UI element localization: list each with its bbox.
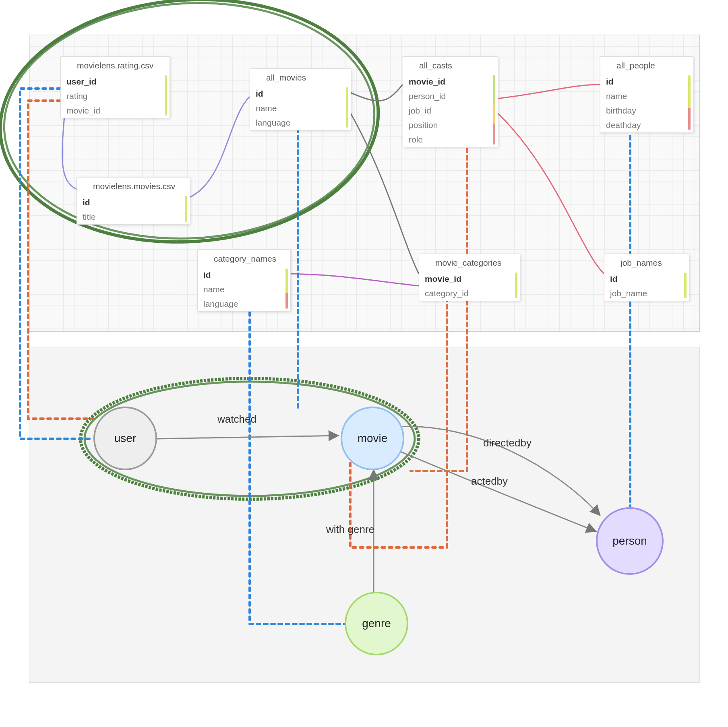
field: movie_id bbox=[61, 103, 170, 118]
field: language bbox=[250, 116, 351, 130]
table-movie-categories[interactable]: movie_categories movie_id category_id bbox=[419, 254, 520, 301]
node-label: user bbox=[114, 432, 136, 445]
edge-label-actedby: actedby bbox=[471, 475, 508, 487]
field: id bbox=[198, 268, 290, 282]
table-title: all_casts bbox=[403, 57, 498, 74]
field: deathday bbox=[600, 118, 693, 132]
field: position bbox=[403, 118, 498, 132]
edge-label-with-genre: with genre bbox=[326, 523, 374, 536]
edge-label-watched: watched bbox=[217, 413, 256, 425]
table-job-names[interactable]: job_names id job_name bbox=[604, 254, 689, 301]
field: language bbox=[198, 297, 290, 311]
table-title: movie_categories bbox=[419, 254, 520, 272]
field: job_id bbox=[403, 103, 498, 118]
field: name bbox=[198, 282, 290, 297]
table-all-casts[interactable]: all_casts movie_id person_id job_id posi… bbox=[403, 56, 498, 147]
table-title: category_names bbox=[198, 250, 290, 268]
table-title: all_movies bbox=[250, 69, 351, 87]
field: birthday bbox=[600, 103, 693, 118]
field: role bbox=[403, 132, 498, 147]
table-category-names[interactable]: category_names id name language bbox=[197, 250, 291, 312]
node-person[interactable]: person bbox=[596, 507, 664, 575]
field: name bbox=[250, 101, 351, 116]
field: movie_id bbox=[419, 272, 520, 286]
table-title: movielens.movies.csv bbox=[77, 178, 190, 195]
field: category_id bbox=[419, 286, 520, 301]
field: id bbox=[604, 272, 689, 286]
table-all-movies[interactable]: all_movies id name language bbox=[250, 68, 351, 130]
node-user[interactable]: user bbox=[93, 407, 157, 470]
edge-label-directedby: directedby bbox=[483, 437, 532, 449]
table-title: all_people bbox=[600, 57, 693, 74]
field: id bbox=[600, 74, 693, 89]
field: rating bbox=[61, 89, 170, 103]
node-label: person bbox=[612, 535, 647, 547]
node-genre[interactable]: genre bbox=[345, 592, 408, 655]
node-label: genre bbox=[362, 617, 391, 630]
table-ratings[interactable]: movielens.rating.csv user_id rating movi… bbox=[60, 56, 170, 118]
table-all-people[interactable]: all_people id name birthday deathday bbox=[600, 56, 693, 133]
field: name bbox=[600, 89, 693, 103]
field: user_id bbox=[61, 74, 170, 89]
field: id bbox=[250, 87, 351, 101]
table-movies-csv[interactable]: movielens.movies.csv id title bbox=[77, 177, 190, 225]
table-title: job_names bbox=[604, 254, 689, 272]
table-title: movielens.rating.csv bbox=[61, 57, 170, 74]
field: job_name bbox=[604, 286, 689, 301]
node-movie[interactable]: movie bbox=[341, 407, 404, 470]
node-label: movie bbox=[358, 432, 388, 445]
field: movie_id bbox=[403, 74, 498, 89]
field: person_id bbox=[403, 89, 498, 103]
field: title bbox=[77, 210, 190, 224]
field: id bbox=[77, 195, 190, 210]
